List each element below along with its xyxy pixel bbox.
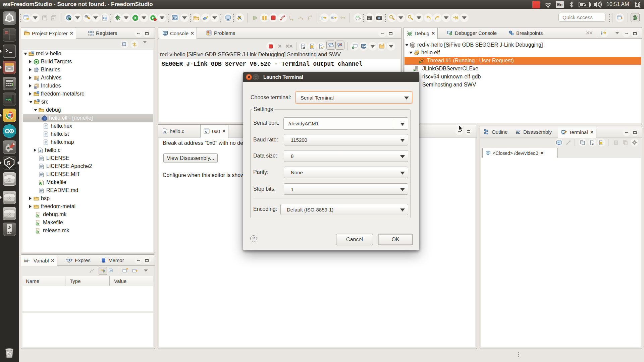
svg-text:i: i — [601, 31, 602, 36]
svg-text:i: i — [321, 15, 323, 20]
svg-text:nqq: nqq — [6, 98, 11, 101]
svg-text:c: c — [205, 130, 207, 133]
svg-text:5: 5 — [7, 160, 10, 167]
